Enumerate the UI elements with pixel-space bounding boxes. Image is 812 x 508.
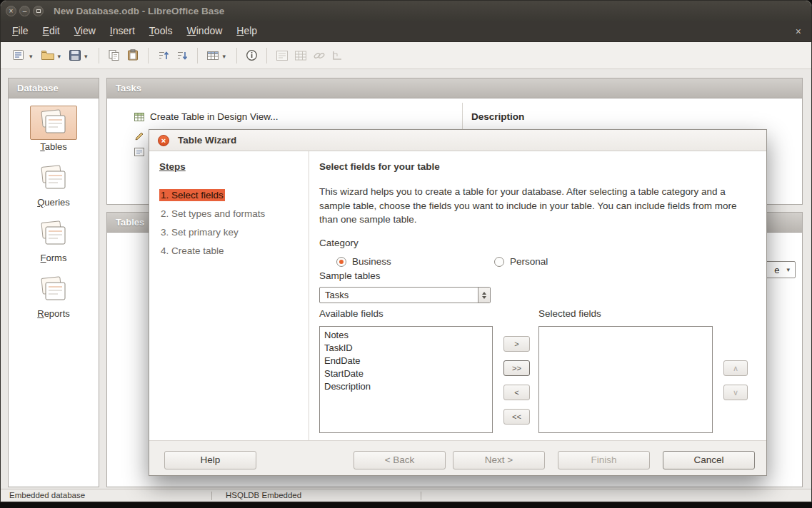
dialog-footer: Help < Back Next > Finish Cancel: [149, 440, 766, 475]
open-document-dropdown-caret[interactable]: ▾: [58, 51, 64, 60]
wizard-steps-panel: Steps 1. Select fields 2. Set types and …: [149, 151, 309, 440]
available-fields-label: Available fields: [319, 308, 384, 319]
list-item[interactable]: Notes: [320, 329, 492, 342]
status-database-type: Embedded database: [9, 491, 85, 499]
sidebar-item-label: Reports: [37, 308, 70, 319]
radio-business[interactable]: Business: [336, 256, 391, 267]
window-minimize-button[interactable]: –: [19, 6, 30, 16]
list-item[interactable]: EndDate: [320, 355, 492, 367]
open-document-icon[interactable]: [38, 46, 58, 64]
table-wizard-dialog: × Table Wizard Steps 1. Select fields 2.…: [149, 129, 767, 476]
down-arrow-icon: [482, 296, 486, 299]
statusbar: Embedded database HSQLDB Embedded: [1, 489, 811, 502]
new-document-dropdown-caret[interactable]: ▾: [29, 51, 35, 60]
sort-ascending-icon[interactable]: [154, 47, 173, 64]
sample-tables-label: Sample tables: [319, 270, 381, 281]
sidebar-item-label: Queries: [37, 197, 70, 208]
menu-tools[interactable]: Tools: [142, 21, 180, 41]
radio-business-button[interactable]: [336, 257, 346, 267]
radio-business-label: Business: [352, 256, 391, 267]
radio-personal-button[interactable]: [494, 257, 504, 267]
move-right-button[interactable]: >: [503, 336, 530, 352]
window-maximize-button[interactable]: [33, 6, 44, 16]
finish-button[interactable]: Finish: [558, 451, 650, 469]
radio-personal[interactable]: Personal: [494, 256, 548, 267]
description-header: Description: [471, 111, 524, 122]
queries-icon: [30, 161, 77, 195]
sort-descending-icon[interactable]: [173, 47, 191, 64]
selected-fields-listbox[interactable]: [538, 326, 713, 433]
datasheet-icon: [291, 47, 310, 64]
move-all-left-button[interactable]: <<: [503, 409, 530, 425]
available-fields-listbox[interactable]: Notes TaskID EndDate StartDate Descripti…: [319, 326, 493, 433]
new-table-icon[interactable]: [204, 47, 223, 64]
dialog-close-button[interactable]: ×: [158, 135, 169, 146]
window-title: New Database.odb - LibreOffice Base: [54, 6, 224, 16]
menubar-close-icon[interactable]: ×: [790, 26, 807, 37]
chevron-down-icon: ▾: [786, 266, 790, 273]
status-separator: [421, 492, 421, 500]
sidebar-title: Database: [17, 83, 59, 93]
wizard-step-create-table[interactable]: 4. Create table: [159, 245, 299, 257]
task-create-table-design-view[interactable]: Create Table in Design View...: [134, 111, 279, 122]
list-item[interactable]: StartDate: [320, 367, 492, 380]
new-document-icon[interactable]: [9, 46, 29, 64]
menu-file[interactable]: File: [5, 21, 36, 41]
menu-edit[interactable]: Edit: [36, 21, 67, 41]
dropdown-stepper[interactable]: [478, 288, 490, 303]
copy-icon[interactable]: [105, 46, 124, 64]
next-button[interactable]: Next >: [453, 451, 545, 469]
window-close-button[interactable]: ×: [6, 6, 16, 16]
list-item[interactable]: TaskID: [320, 342, 492, 355]
menu-help[interactable]: Help: [229, 21, 264, 41]
page-title: Select fields for your table: [319, 161, 440, 172]
back-button[interactable]: < Back: [354, 451, 446, 469]
sample-tables-value: Tasks: [320, 290, 478, 300]
database-sidebar: Database Tables Queries Forms Reports: [8, 78, 99, 487]
dialog-titlebar[interactable]: × Table Wizard: [149, 130, 766, 151]
selected-fields-label: Selected fields: [538, 308, 601, 319]
move-all-right-button[interactable]: >>: [503, 360, 530, 376]
view-form-icon[interactable]: [134, 146, 144, 159]
preview-dropdown-value: e: [774, 265, 779, 275]
save-icon[interactable]: [66, 46, 84, 64]
help-button[interactable]: Help: [164, 451, 256, 469]
wizard-description: This wizard helps you to create a table …: [319, 185, 756, 227]
move-up-button[interactable]: ∧: [723, 360, 748, 376]
status-separator: [211, 492, 212, 500]
wizard-pencil-icon[interactable]: [134, 131, 144, 144]
sidebar-item-tables[interactable]: Tables: [9, 106, 99, 152]
save-dropdown-caret[interactable]: ▾: [84, 51, 90, 60]
move-down-button[interactable]: ∨: [723, 385, 748, 400]
window-controls: × –: [6, 6, 44, 16]
sample-tables-dropdown[interactable]: Tasks: [319, 287, 491, 303]
up-arrow-icon: [482, 292, 486, 295]
database-properties-icon[interactable]: [243, 46, 261, 64]
paste-icon[interactable]: [124, 46, 142, 64]
sidebar-item-label: Tables: [40, 141, 67, 152]
wizard-step-select-fields[interactable]: 1. Select fields: [159, 189, 299, 201]
menu-view[interactable]: View: [67, 21, 103, 41]
sidebar-items: Tables Queries Forms Reports: [9, 98, 99, 319]
reports-icon: [30, 273, 77, 307]
dialog-title: Table Wizard: [178, 135, 236, 146]
form-icon: [273, 47, 291, 64]
wizard-step-set-types[interactable]: 2. Set types and formats: [159, 208, 299, 220]
task-label: Create Table in Design View...: [150, 111, 279, 122]
sidebar-item-forms[interactable]: Forms: [9, 217, 99, 263]
titlebar[interactable]: × – New Database.odb - LibreOffice Base: [1, 1, 811, 21]
sidebar-item-reports[interactable]: Reports: [9, 273, 99, 319]
toolbar-separator: [236, 48, 237, 64]
cancel-button[interactable]: Cancel: [663, 451, 755, 469]
tasks-header: Tasks: [107, 78, 802, 98]
toolbar-separator: [99, 48, 99, 64]
sidebar-item-queries[interactable]: Queries: [9, 161, 99, 208]
new-table-dropdown-caret[interactable]: ▾: [223, 51, 229, 60]
menu-window[interactable]: Window: [180, 21, 230, 41]
wizard-step-primary-key[interactable]: 3. Set primary key: [159, 226, 299, 238]
menu-insert[interactable]: Insert: [103, 21, 142, 41]
relationships-icon: [329, 47, 346, 64]
move-left-button[interactable]: <: [503, 385, 530, 400]
list-item[interactable]: Description: [320, 380, 492, 393]
table-icon: [134, 113, 144, 121]
